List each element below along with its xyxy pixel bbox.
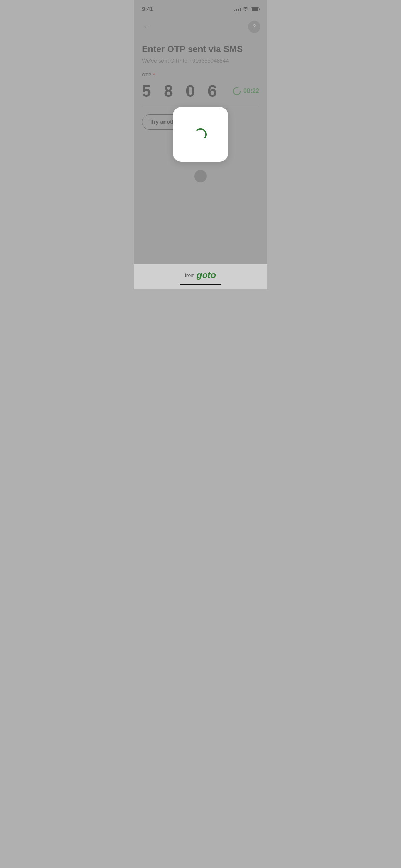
loading-overlay <box>134 0 267 289</box>
footer-from-text: from <box>185 273 195 278</box>
footer-brand: from goto <box>185 270 216 280</box>
home-indicator <box>180 284 221 285</box>
footer: from goto <box>134 264 267 289</box>
loading-card <box>173 107 228 162</box>
loading-spinner <box>194 128 207 141</box>
home-indicator-dot <box>194 170 207 182</box>
footer-logo: goto <box>197 270 216 280</box>
